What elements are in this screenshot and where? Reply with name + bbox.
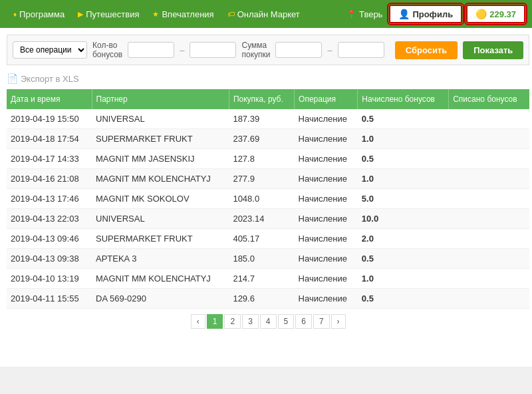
profile-label: Профиль: [412, 9, 453, 19]
tag-icon: 🏷: [227, 10, 235, 18]
cell-amount: 2023.14: [229, 209, 294, 229]
transactions-table: Дата и время Партнер Покупка, руб. Опера…: [7, 89, 529, 309]
table-row: 2019-04-13 09:38 APTEKA 3 185.0 Начислен…: [7, 249, 529, 269]
cell-date: 2019-04-16 21:08: [7, 169, 92, 189]
cell-operation: Начисление: [295, 209, 358, 229]
col-partner: Партнер: [92, 89, 229, 109]
cell-operation: Начисление: [295, 189, 358, 209]
cell-amount: 277.9: [229, 169, 294, 189]
cell-accrued: 1.0: [358, 269, 449, 289]
diamond-icon: ♦: [13, 11, 17, 18]
cell-amount: 405.17: [229, 229, 294, 249]
bonus-icon: 🟡: [475, 9, 487, 19]
cell-spent: [449, 229, 530, 249]
filter-row: Все операции Кол-во бонусов – Сумма поку…: [7, 35, 529, 65]
col-accrued: Начислено бонусов: [358, 89, 449, 109]
cell-accrued: 1.0: [358, 129, 449, 149]
sum-to[interactable]: [338, 42, 384, 58]
cell-partner: SUPERMARKET FRUKT: [92, 229, 229, 249]
dash2: –: [327, 45, 332, 55]
page-num-btn[interactable]: 2: [224, 314, 241, 329]
page-num-btn[interactable]: 7: [313, 314, 330, 329]
cell-accrued: 0.5: [358, 289, 449, 309]
bonus-button[interactable]: 🟡 229.37: [466, 5, 525, 23]
bonus-count-label: Кол-во бонусов: [92, 41, 122, 59]
cell-partner: MAGNIT MM JASENSKIJ: [92, 149, 229, 169]
cell-operation: Начисление: [295, 289, 358, 309]
col-spent: Списано бонусов: [449, 89, 530, 109]
cell-amount: 1048.0: [229, 189, 294, 209]
profile-button[interactable]: 👤 Профиль: [389, 5, 462, 23]
cell-partner: MAGNIT MM KOLENCHATYJ: [92, 269, 229, 289]
bonus-amount: 229.37: [489, 9, 516, 19]
nav-market[interactable]: 🏷 Онлайн Маркет: [221, 0, 307, 28]
sum-from[interactable]: [275, 42, 322, 58]
export-xls-link[interactable]: 📄 Экспорт в XLS: [7, 73, 529, 84]
bonus-count-from[interactable]: [128, 42, 174, 58]
dash1: –: [180, 45, 184, 55]
cell-partner: APTEKA 3: [92, 249, 229, 269]
cell-operation: Начисление: [295, 249, 358, 269]
cell-amount: 187.39: [229, 109, 294, 129]
cell-amount: 214.7: [229, 269, 294, 289]
cell-operation: Начисление: [295, 129, 358, 149]
cell-date: 2019-04-19 15:50: [7, 109, 92, 129]
page-num-btn[interactable]: 4: [260, 314, 277, 329]
nav-impressions[interactable]: ★ Впечатления: [146, 0, 220, 28]
cell-spent: [449, 269, 530, 289]
cell-partner: UNIVERSAL: [92, 109, 229, 129]
table-header-row: Дата и время Партнер Покупка, руб. Опера…: [7, 89, 529, 109]
reset-button[interactable]: Сбросить: [395, 41, 458, 59]
top-navigation: ♦ Программа ▶ Путешествия ★ Впечатления …: [0, 0, 532, 28]
cell-date: 2019-04-17 14:33: [7, 149, 92, 169]
page-next-btn[interactable]: ›: [331, 314, 346, 329]
nav-program[interactable]: ♦ Программа: [7, 0, 71, 28]
nav-travel-label: Путешествия: [86, 9, 139, 19]
operation-select[interactable]: Все операции: [13, 41, 87, 59]
cell-spent: [449, 209, 530, 229]
cell-date: 2019-04-13 22:03: [7, 209, 92, 229]
page-num-btn[interactable]: 3: [242, 314, 259, 329]
main-wrapper: Все операции Кол-во бонусов – Сумма поку…: [0, 28, 532, 367]
pagination: ‹1234567›: [7, 309, 529, 334]
cell-accrued: 10.0: [358, 209, 449, 229]
cell-operation: Начисление: [295, 149, 358, 169]
table-row: 2019-04-13 22:03 UNIVERSAL 2023.14 Начис…: [7, 209, 529, 229]
cell-spent: [449, 249, 530, 269]
nav-location: 📍 Тверь: [340, 9, 389, 19]
cell-date: 2019-04-11 15:55: [7, 289, 92, 309]
table-row: 2019-04-16 21:08 MAGNIT MM KOLENCHATYJ 2…: [7, 169, 529, 189]
nav-travel[interactable]: ▶ Путешествия: [71, 0, 146, 28]
cell-amount: 129.6: [229, 289, 294, 309]
cell-operation: Начисление: [295, 269, 358, 289]
cell-accrued: 0.5: [358, 149, 449, 169]
cell-spent: [449, 149, 530, 169]
cell-spent: [449, 109, 530, 129]
page-num-btn[interactable]: 6: [295, 314, 312, 329]
cell-accrued: 0.5: [358, 109, 449, 129]
cell-date: 2019-04-13 09:38: [7, 249, 92, 269]
nav-impressions-label: Впечатления: [162, 9, 213, 19]
page-prev-btn[interactable]: ‹: [191, 314, 205, 329]
cell-spent: [449, 289, 530, 309]
cell-spent: [449, 129, 530, 149]
cell-amount: 127.8: [229, 149, 294, 169]
table-row: 2019-04-18 17:54 SUPERMARKET FRUKT 237.6…: [7, 129, 529, 149]
show-button[interactable]: Показать: [463, 41, 523, 59]
cell-operation: Начисление: [295, 109, 358, 129]
bonus-count-to[interactable]: [190, 42, 236, 58]
col-amount: Покупка, руб.: [229, 89, 294, 109]
nav-program-label: Программа: [19, 9, 65, 19]
arrow-icon: ▶: [78, 10, 83, 19]
operation-filter-wrap: Все операции: [13, 41, 87, 59]
page-num-btn[interactable]: 5: [278, 314, 295, 329]
page-num-btn[interactable]: 1: [207, 314, 223, 329]
cell-operation: Начисление: [295, 229, 358, 249]
cell-partner: DA 569-0290: [92, 289, 229, 309]
cell-partner: UNIVERSAL: [92, 209, 229, 229]
profile-icon: 👤: [398, 9, 410, 19]
cell-accrued: 1.0: [358, 169, 449, 189]
location-label: Тверь: [359, 9, 382, 19]
cell-accrued: 5.0: [358, 189, 449, 209]
cell-accrued: 0.5: [358, 249, 449, 269]
